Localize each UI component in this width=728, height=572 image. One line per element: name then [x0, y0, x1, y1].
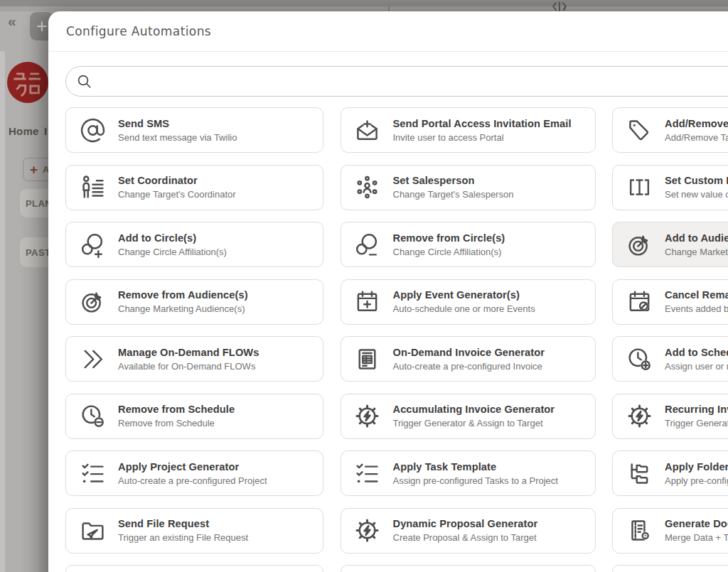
card-title: Apply Folder Template [665, 461, 728, 473]
automation-card-set-salesperson[interactable]: Set SalespersonChange Target's Salespers… [341, 165, 596, 210]
automation-grid: Send SMSSend text message via TwilioSend… [65, 107, 728, 572]
card-text: Manage On-Demand FLOWsAvailable for On-D… [118, 347, 259, 372]
automation-card-send-sms[interactable]: Send SMSSend text message via Twilio [65, 107, 323, 153]
tag-icon [626, 117, 653, 144]
card-title: Add to Schedule [665, 347, 728, 358]
card-subtitle: Merge Data + Template [665, 532, 728, 543]
card-text: Dynamic Proposal GeneratorCreate Proposa… [393, 518, 538, 543]
automation-card-dynamic-proposal-generator[interactable]: Dynamic Proposal GeneratorCreate Proposa… [341, 508, 596, 554]
card-title: Apply Project Generator [118, 461, 267, 473]
card-subtitle: Trigger Generator & Assign to Target [393, 418, 555, 428]
automation-card-send-portal-access-invitation-email[interactable]: Send Portal Access Invitation EmailInvit… [341, 107, 596, 153]
card-title: Dynamic Proposal Generator [393, 518, 538, 529]
card-title: Cancel Remaining Events [665, 289, 728, 301]
target-dart-icon [79, 288, 106, 315]
automation-card-apply-event-generator-s[interactable]: Apply Event Generator(s)Auto-schedule on… [341, 279, 596, 325]
card-text: Set SalespersonChange Target's Salespers… [393, 175, 514, 200]
automation-card-generate-document[interactable]: Generate DocumentMerge Data + Template [612, 508, 728, 554]
card-title: Set Coordinator [118, 175, 236, 186]
card-title: Remove from Audience(s) [118, 289, 248, 301]
automation-card-partial[interactable] [612, 565, 728, 572]
automation-card-apply-task-template[interactable]: Apply Task TemplateAssign pre-configured… [341, 450, 596, 496]
card-text: Remove from Audience(s)Change Marketing … [118, 289, 248, 314]
card-text: On-Demand Invoice GeneratorAuto-create a… [393, 347, 545, 372]
clock-plus-icon [626, 345, 653, 372]
gear-lightning-icon [354, 403, 381, 430]
card-title: Apply Event Generator(s) [393, 289, 535, 301]
modal-header: Configure Automations [48, 11, 728, 52]
automation-card-apply-folder-template[interactable]: Apply Folder TemplateApply pre-configure… [612, 450, 728, 496]
circles-add-icon [79, 231, 106, 258]
automation-card-recurring-invoice-generator[interactable]: Recurring Invoice GeneratorTrigger Gener… [612, 394, 728, 439]
configure-automations-modal: Configure Automations Send SMSSend text … [48, 11, 728, 572]
card-subtitle: Auto-create a pre-configured Invoice [393, 361, 545, 372]
automation-card-partial[interactable] [65, 565, 323, 572]
card-text: Recurring Invoice GeneratorTrigger Gener… [665, 404, 728, 428]
automation-card-add-to-audience-s[interactable]: Add to Audience(s)Change Marketing Audie… [612, 222, 728, 267]
card-title: Add to Audience(s) [665, 232, 728, 244]
automation-card-set-custom-field[interactable]: Set Custom FieldSet new value on Target [612, 165, 728, 210]
automation-card-accumulating-invoice-generator[interactable]: Accumulating Invoice GeneratorTrigger Ge… [341, 394, 596, 439]
card-text: Apply Task TemplateAssign pre-configured… [393, 461, 558, 486]
gear-lightning-icon [354, 517, 381, 544]
automation-card-apply-project-generator[interactable]: Apply Project GeneratorAuto-create a pre… [65, 450, 323, 496]
card-subtitle: Available for On-Demand FLOWs [118, 361, 259, 372]
card-text: Add/Remove TagsAdd/Remove Tags [665, 118, 728, 143]
card-title: Recurring Invoice Generator [665, 404, 728, 415]
folder-tree-icon [626, 460, 653, 487]
network-people-icon [354, 174, 381, 201]
brand-logo-icon [7, 62, 48, 103]
card-title: Remove from Schedule [118, 404, 235, 415]
folder-paper-plane-icon [79, 517, 106, 544]
automation-search-bar[interactable] [65, 66, 728, 97]
checklist-icon [79, 460, 106, 487]
card-title: Add/Remove Tags [665, 118, 728, 129]
clock-minus-icon [79, 403, 106, 430]
automation-card-remove-from-audience-s[interactable]: Remove from Audience(s)Change Marketing … [65, 279, 323, 325]
card-subtitle: Assign pre-configured Tasks to a Project [393, 475, 558, 486]
card-title: Set Salesperson [393, 175, 514, 186]
nav-item-home[interactable]: Home [9, 125, 38, 137]
card-title: On-Demand Invoice Generator [393, 347, 545, 358]
automation-card-on-demand-invoice-generator[interactable]: On-Demand Invoice GeneratorAuto-create a… [341, 336, 596, 382]
automation-card-remove-from-circle-s[interactable]: Remove from Circle(s)Change Circle Affil… [341, 222, 596, 267]
card-title: Manage On-Demand FLOWs [118, 347, 259, 358]
card-subtitle: Remove from Schedule [118, 418, 235, 428]
card-text: Set Custom FieldSet new value on Target [665, 175, 728, 200]
card-title: Remove from Circle(s) [393, 232, 505, 244]
invoice-table-icon [354, 345, 381, 372]
automation-card-add-to-circle-s[interactable]: Add to Circle(s)Change Circle Affiliatio… [65, 222, 323, 267]
at-sign-icon [79, 117, 106, 144]
card-title: Send SMS [118, 118, 237, 129]
text-field-cursor-icon [626, 174, 653, 201]
plus-icon: + [30, 163, 38, 176]
calendar-cancel-icon [626, 288, 653, 315]
card-subtitle: Change Marketing Audience(s) [665, 247, 728, 257]
automation-card-set-coordinator[interactable]: Set CoordinatorChange Target's Coordinat… [65, 165, 323, 210]
card-text: Add to Audience(s)Change Marketing Audie… [665, 232, 728, 257]
automation-card-add-to-schedule[interactable]: Add to ScheduleAssign user or resource [612, 336, 728, 382]
modal-title: Configure Automations [66, 24, 211, 38]
card-title: Apply Task Template [393, 461, 558, 473]
card-text: Remove from ScheduleRemove from Schedule [118, 404, 235, 428]
envelope-plus-icon [354, 117, 381, 144]
card-subtitle: Set new value on Target [665, 189, 728, 200]
card-text: Apply Project GeneratorAuto-create a pre… [118, 461, 267, 486]
card-subtitle: Apply pre-configured Folders [665, 475, 728, 486]
backdrop-top-band [0, 0, 728, 6]
card-subtitle: Change Marketing Audience(s) [118, 303, 248, 314]
automation-card-manage-on-demand-flows[interactable]: Manage On-Demand FLOWsAvailable for On-D… [65, 336, 323, 382]
card-text: Send Portal Access Invitation EmailInvit… [393, 118, 572, 143]
automation-card-remove-from-schedule[interactable]: Remove from ScheduleRemove from Schedule [65, 394, 323, 439]
card-text: Cancel Remaining EventsEvents added by a… [665, 289, 728, 314]
automation-card-cancel-remaining-events[interactable]: Cancel Remaining EventsEvents added by a… [612, 279, 728, 325]
card-text: Apply Event Generator(s)Auto-schedule on… [393, 289, 535, 314]
collapse-sidebar-icon[interactable]: « [8, 13, 16, 30]
card-title: Generate Document [665, 518, 728, 529]
automation-card-send-file-request[interactable]: Send File RequestTrigger an existing Fil… [65, 508, 323, 554]
automation-card-partial[interactable] [341, 565, 596, 572]
card-subtitle: Change Target's Coordinator [118, 189, 236, 200]
gear-lightning-icon [626, 403, 653, 430]
automation-card-add-remove-tags[interactable]: Add/Remove TagsAdd/Remove Tags [612, 107, 728, 153]
automation-search-input[interactable] [99, 75, 728, 88]
